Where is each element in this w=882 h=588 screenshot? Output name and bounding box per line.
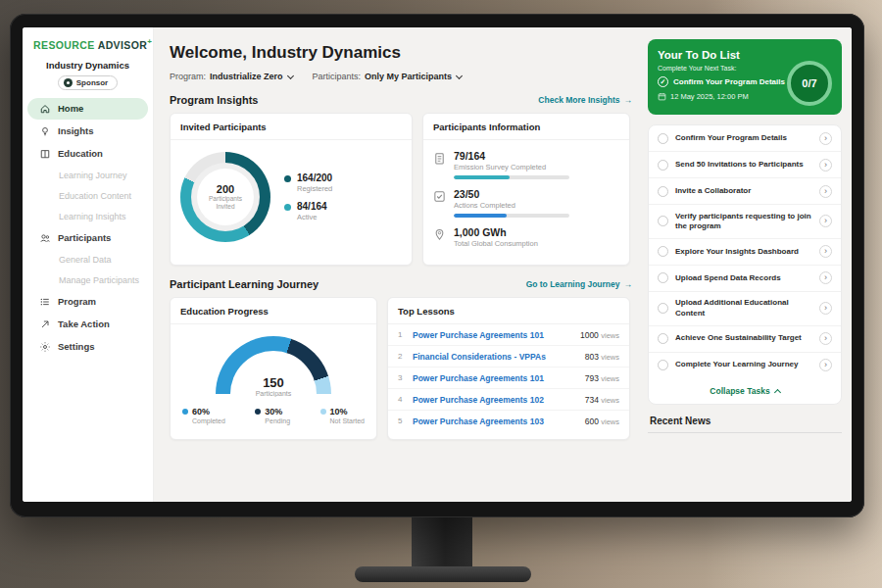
check-more-insights-link[interactable]: Check More Insights → — [538, 95, 632, 105]
donut-label: Participants Invited — [204, 195, 247, 211]
registered-dot — [284, 175, 291, 182]
task-checkbox[interactable] — [658, 303, 668, 314]
lesson-link[interactable]: Financial Considerations - VPPAs — [413, 352, 577, 362]
task-chevron-button[interactable]: › — [819, 185, 832, 198]
lesson-link[interactable]: Power Purchase Agreements 101 — [413, 373, 577, 383]
filters-row: Program: Industrialize Zero Participants… — [170, 72, 634, 81]
gear-icon — [39, 341, 51, 353]
completed-label: Completed — [192, 417, 225, 424]
task-row: Complete Your Learning Journey › — [649, 353, 841, 378]
monitor-bezel: RESOURCE ADVISOR+ Industry Dynamics Spon… — [10, 14, 864, 517]
lesson-link[interactable]: Power Purchase Agreements 103 — [413, 416, 577, 426]
task-label: Upload Additional Educational Content — [675, 298, 812, 318]
task-chevron-button[interactable]: › — [819, 132, 832, 145]
task-checkbox[interactable] — [658, 216, 668, 226]
task-chevron-button[interactable]: › — [819, 245, 832, 258]
collapse-tasks-link[interactable]: Collapse Tasks — [649, 378, 841, 404]
survey-icon — [433, 151, 446, 164]
task-chevron-button[interactable]: › — [819, 302, 832, 315]
sponsor-badge[interactable]: Sponsor — [58, 75, 118, 90]
arrow-right-icon: → — [624, 95, 633, 105]
task-row: Upload Additional Educational Content › — [649, 292, 841, 326]
lesson-views: 803 — [585, 352, 599, 362]
collapse-label: Collapse Tasks — [710, 386, 769, 396]
sidebar-item-program[interactable]: Program — [27, 291, 148, 313]
program-filter-dropdown[interactable]: Industrialize Zero — [210, 72, 293, 81]
next-task[interactable]: ✓ Confirm Your Program Details — [658, 76, 785, 87]
sponsor-icon — [64, 78, 73, 87]
brand-part2: ADVISOR — [98, 39, 148, 51]
sidebar-item-take-action[interactable]: Take Action — [27, 314, 148, 335]
task-checkbox[interactable] — [658, 133, 668, 144]
task-row: Verify participants requesting to join t… — [649, 205, 841, 239]
participants-filter-value: Only My Participants — [365, 72, 452, 81]
pending-value: 30% — [265, 407, 290, 416]
task-chevron-button[interactable]: › — [819, 271, 832, 284]
sidebar-item-participants[interactable]: Participants — [27, 227, 148, 249]
program-filter-label: Program: — [170, 72, 206, 81]
card-title: Education Progress — [171, 298, 376, 324]
sidebar-item-label: Manage Participants — [59, 275, 139, 285]
check-circle-icon: ✓ — [658, 76, 668, 87]
pending-label: Pending — [265, 417, 290, 424]
not-started-value: 10% — [330, 407, 365, 416]
sidebar-item-general-data[interactable]: General Data — [27, 250, 148, 270]
sidebar-item-education-content[interactable]: Education Content — [27, 186, 148, 206]
task-checkbox[interactable] — [658, 333, 668, 344]
todo-progress-ring: 0/7 — [787, 61, 832, 106]
task-chevron-button[interactable]: › — [819, 215, 832, 227]
task-chevron-button[interactable]: › — [819, 359, 832, 371]
checklist-icon — [433, 189, 446, 202]
sidebar-item-manage-participants[interactable]: Manage Participants — [27, 270, 148, 290]
bulb-icon — [39, 125, 51, 137]
sidebar-item-learning-journey[interactable]: Learning Journey — [27, 166, 148, 185]
card-title: Invited Participants — [171, 114, 412, 140]
task-checkbox[interactable] — [658, 186, 668, 197]
sidebar-item-label: Education Content — [59, 191, 131, 201]
main-content: Welcome, Industry Dynamics Program: Indu… — [154, 27, 644, 502]
task-chevron-button[interactable]: › — [819, 332, 832, 345]
not-started-dot — [320, 409, 326, 415]
chevron-down-icon — [286, 72, 293, 78]
chevron-up-icon — [774, 389, 781, 396]
views-suffix: views — [601, 331, 619, 340]
sidebar-item-label: Settings — [58, 341, 94, 352]
legend-completed: 60% Completed — [182, 407, 225, 424]
task-chevron-button[interactable]: › — [819, 159, 832, 172]
education-progress-card: Education Progress 150 Participants — [170, 297, 377, 440]
sidebar-item-label: Education — [58, 148, 103, 159]
legend-active: 84/164 Active — [284, 201, 332, 221]
sidebar-item-settings[interactable]: Settings — [27, 336, 148, 358]
task-checkbox[interactable] — [658, 272, 668, 283]
todo-progress-count: 0/7 — [802, 77, 816, 89]
actions-progress-bar — [454, 214, 569, 218]
link-label: Go to Learning Journey — [526, 279, 620, 289]
task-checkbox[interactable] — [658, 160, 668, 171]
sidebar-item-education[interactable]: Education — [27, 143, 148, 165]
lesson-row: 5 Power Purchase Agreements 103 600 view… — [388, 411, 629, 431]
sidebar-item-label: Insights — [58, 125, 93, 136]
program-insights-header: Program Insights Check More Insights → — [170, 94, 632, 106]
sidebar-item-home[interactable]: Home — [27, 98, 148, 120]
participants-information-card: Participants Information 79/164 Emission… — [422, 113, 630, 266]
lesson-row: 3 Power Purchase Agreements 101 793 view… — [388, 368, 629, 389]
lesson-link[interactable]: Power Purchase Agreements 101 — [413, 330, 572, 340]
top-lessons-card: Top Lessons 1 Power Purchase Agreements … — [387, 297, 630, 440]
views-suffix: views — [601, 396, 619, 405]
monitor-stand-base — [355, 566, 531, 582]
sidebar-item-insights[interactable]: Insights — [27, 121, 148, 142]
task-row: Achieve One Sustainability Target › — [649, 326, 841, 353]
sidebar-item-learning-insights[interactable]: Learning Insights — [27, 207, 148, 226]
task-checkbox[interactable] — [658, 246, 668, 257]
task-label: Confirm Your Program Details — [675, 133, 812, 143]
views-suffix: views — [601, 417, 619, 426]
next-task-label: Confirm Your Program Details — [673, 77, 785, 86]
participants-filter-dropdown[interactable]: Only My Participants — [365, 72, 462, 81]
brand-plus: + — [147, 37, 152, 46]
lesson-link[interactable]: Power Purchase Agreements 102 — [413, 395, 577, 405]
people-icon — [39, 232, 51, 244]
go-to-learning-journey-link[interactable]: Go to Learning Journey → — [526, 279, 632, 289]
task-checkbox[interactable] — [658, 360, 668, 370]
todo-panel: Your To Do List Complete Your Next Task:… — [644, 27, 852, 502]
due-date-text: 12 May 2025, 12:00 PM — [670, 92, 749, 101]
